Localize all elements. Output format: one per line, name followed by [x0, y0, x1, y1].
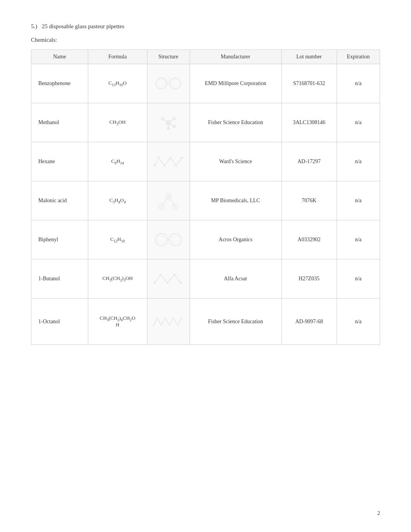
- intro-section: 5.) 25 disposable glass pasteur pipettes: [31, 23, 380, 30]
- cell-structure: O: [147, 64, 190, 103]
- header-expiration: Expiration: [337, 50, 380, 64]
- svg-point-36: [180, 281, 182, 284]
- cell-structure: [147, 181, 190, 220]
- svg-point-42: [173, 317, 174, 319]
- cell-manufacturer: Fisher Science Education: [190, 298, 281, 345]
- cell-manufacturer: Alfa Acsar: [190, 259, 281, 298]
- cell-formula: C6H14: [88, 142, 147, 181]
- svg-point-19: [169, 157, 171, 159]
- cell-structure: [147, 103, 190, 142]
- svg-point-32: [154, 281, 156, 284]
- header-formula: Formula: [88, 50, 147, 64]
- svg-point-1: [158, 80, 165, 87]
- cell-name: Malonic acid: [31, 181, 88, 220]
- cell-structure: [147, 220, 190, 259]
- svg-point-20: [175, 164, 177, 167]
- cell-lot: 7076K: [281, 181, 337, 220]
- cell-formula: C13H10O: [88, 64, 147, 103]
- cell-structure: [147, 259, 190, 298]
- cell-formula: C3H4O4: [88, 181, 147, 220]
- cell-formula: CH3(CH2)3OH: [88, 259, 147, 298]
- table-row: 1-Octanol CH3(CH2)6CH2OH Fisher Science …: [31, 298, 380, 345]
- table-row: Biphenyl C12H10 Acros Organics A0332902 …: [31, 220, 380, 259]
- cell-manufacturer: MP Biomedicals, LLC: [190, 181, 281, 220]
- cell-lot: A0332902: [281, 220, 337, 259]
- cell-manufacturer: Fisher Science Education: [190, 103, 281, 142]
- cell-lot: 3ALC1308146: [281, 103, 337, 142]
- svg-point-15: [173, 125, 176, 128]
- cell-expiration: n/a: [337, 298, 380, 345]
- cell-lot: H27Z035: [281, 259, 337, 298]
- cell-expiration: n/a: [337, 142, 380, 181]
- svg-point-40: [164, 317, 166, 319]
- chemicals-label: Chemicals:: [31, 37, 380, 43]
- svg-point-30: [171, 236, 179, 244]
- svg-point-34: [166, 281, 169, 284]
- svg-point-3: [171, 80, 179, 87]
- cell-name: 1-Octanol: [31, 298, 88, 345]
- cell-expiration: n/a: [337, 103, 380, 142]
- cell-formula: CH3OH: [88, 103, 147, 142]
- svg-point-35: [173, 274, 176, 276]
- cell-manufacturer: Acros Organics: [190, 220, 281, 259]
- cell-manufacturer: Ward's Science: [190, 142, 281, 181]
- svg-point-29: [169, 234, 182, 246]
- svg-point-28: [158, 236, 165, 244]
- chemicals-table: Name Formula Structure Manufacturer Lot …: [31, 49, 380, 345]
- cell-structure: [147, 298, 190, 345]
- cell-name: Benzophenone: [31, 64, 88, 103]
- table-header-row: Name Formula Structure Manufacturer Lot …: [31, 50, 380, 64]
- cell-lot: S7168701-632: [281, 64, 337, 103]
- table-row: Benzophenone C13H10O O EMD Millipore Cor…: [31, 64, 380, 103]
- cell-name: Hexane: [31, 142, 88, 181]
- cell-formula: C12H10: [88, 220, 147, 259]
- svg-point-33: [159, 274, 162, 276]
- cell-expiration: n/a: [337, 64, 380, 103]
- svg-point-44: [181, 317, 182, 319]
- cell-name: Biphenyl: [31, 220, 88, 259]
- svg-point-21: [181, 157, 183, 159]
- svg-point-13: [161, 117, 164, 120]
- cell-manufacturer: EMD Millipore Corporation: [190, 64, 281, 103]
- svg-text:O: O: [168, 76, 170, 80]
- cell-formula: CH3(CH2)6CH2OH: [88, 298, 147, 345]
- cell-lot: AD-17297: [281, 142, 337, 181]
- svg-point-41: [168, 324, 170, 326]
- table-row: Malonic acid C3H4O4 MP Biomedicals, LLC …: [31, 181, 380, 220]
- cell-name: 1-Butanol: [31, 259, 88, 298]
- cell-expiration: n/a: [337, 259, 380, 298]
- svg-point-39: [160, 324, 162, 326]
- table-row: Hexane C6H14 Ward's Science AD-17297 n/a: [31, 142, 380, 181]
- svg-point-38: [156, 317, 158, 319]
- svg-point-27: [155, 234, 168, 246]
- header-structure: Structure: [147, 50, 190, 64]
- svg-point-14: [167, 127, 170, 130]
- intro-text: 25 disposable glass pasteur pipettes: [42, 23, 124, 29]
- table-row: Methanol CH3OH Fisher Science Education …: [31, 103, 380, 142]
- svg-point-18: [163, 164, 166, 167]
- cell-expiration: n/a: [337, 220, 380, 259]
- svg-point-12: [173, 117, 176, 120]
- svg-point-17: [158, 157, 160, 159]
- svg-point-43: [177, 324, 178, 326]
- item-number: 5.): [31, 23, 37, 29]
- intro-line: 5.) 25 disposable glass pasteur pipettes: [31, 23, 380, 30]
- svg-point-16: [154, 164, 156, 167]
- table-row: 1-Butanol CH3(CH2)3OH Alfa Acsar H27Z035…: [31, 259, 380, 298]
- page-number: 2: [377, 510, 380, 517]
- cell-expiration: n/a: [337, 181, 380, 220]
- cell-name: Methanol: [31, 103, 88, 142]
- header-lot: Lot number: [281, 50, 337, 64]
- header-manufacturer: Manufacturer: [190, 50, 281, 64]
- cell-lot: AD-9097-68: [281, 298, 337, 345]
- header-name: Name: [31, 50, 88, 64]
- cell-structure: [147, 142, 190, 181]
